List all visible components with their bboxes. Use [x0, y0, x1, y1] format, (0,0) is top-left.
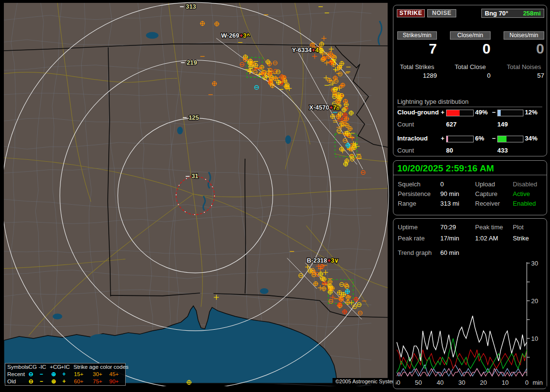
bearing-distance: 258mi — [523, 10, 541, 17]
svg-text:30: 30 — [458, 379, 465, 386]
trend-graph-value: 60 min — [440, 249, 459, 256]
receiver-label: Receiver — [475, 200, 500, 207]
legend-type-header: -IC — [39, 364, 46, 370]
counters-panel: STRIKE NOISE Bng 70° 258mi Strikes/min C… — [393, 5, 547, 156]
total-close-value: 0 — [450, 72, 491, 79]
svg-text:10: 10 — [531, 335, 538, 342]
legend-age-header: Strike age color codes — [73, 364, 129, 370]
legend-type-header: +IC — [61, 364, 70, 370]
legend-age-value: 60+ — [74, 378, 84, 384]
svg-text:30: 30 — [531, 260, 538, 267]
legend-recent-symbol-icon: + — [62, 371, 66, 378]
close-per-min-value: 0 — [450, 41, 491, 57]
svg-text:min: min — [533, 379, 543, 386]
upload-value: Disabled — [513, 181, 537, 188]
legend-age-value: 90+ — [109, 378, 119, 384]
cloud-ground-label: Cloud-ground — [397, 109, 439, 116]
cg-count-label: Count — [397, 121, 414, 128]
cg-minus-pct: 12% — [525, 109, 537, 116]
ic-minus-count: 433 — [497, 147, 508, 154]
legend-recent-symbol-icon: − — [40, 371, 43, 378]
ic-plus-count: 80 — [446, 147, 453, 154]
storm-cell-label: B-2318+3∨ — [307, 257, 339, 264]
upload-label: Upload — [475, 181, 495, 188]
legend-age-value: 75+ — [93, 378, 102, 384]
legend-age-value: 30+ — [93, 371, 102, 377]
strikes-per-min-value: 7 — [397, 41, 437, 57]
total-noises-label: Total Noises — [502, 63, 546, 70]
legend-symbols-header: Symbols — [7, 364, 29, 370]
strikes-per-min-button[interactable]: Strikes/min — [397, 31, 437, 40]
copyright-text: ©2005 Astrogenic Systems — [333, 378, 402, 385]
svg-text:20: 20 — [531, 297, 538, 305]
legend-age-value: 15+ — [74, 371, 84, 377]
lightning-map[interactable]: 31125219313 W-269+3^Y-6334+4X-4570+7▵B-2… — [4, 2, 391, 386]
cg-plus-sign: + — [441, 109, 445, 116]
legend-type-header: +CG — [50, 364, 61, 370]
storm-cell-label: W-269+3^ — [221, 32, 250, 39]
svg-text:219: 219 — [187, 59, 197, 66]
ic-minus-bar-fill — [498, 136, 507, 142]
range-value: 313 mi — [440, 200, 459, 207]
svg-text:10: 10 — [502, 379, 508, 386]
receiver-value: Enabled — [513, 200, 536, 207]
storm-cell-label: X-4570+7▵ — [309, 104, 340, 111]
legend-old-symbol-icon: − — [40, 378, 43, 385]
cg-minus-count: 149 — [497, 121, 508, 128]
peak-rate-label: Peak rate — [398, 235, 425, 242]
cg-minus-sign: − — [492, 109, 496, 116]
legend-old-symbol-icon: ⊕ — [51, 378, 56, 385]
cg-plus-pct: 49% — [475, 109, 488, 116]
legend-recent-symbol-icon: ⊕ — [51, 371, 56, 378]
cg-minus-bar-fill — [498, 110, 501, 116]
storm-cell-label: Y-6334+4 — [292, 46, 319, 54]
ic-plus-bar — [446, 136, 474, 142]
legend-recent-symbol-icon: ⊖ — [29, 371, 33, 378]
svg-text:20: 20 — [480, 379, 487, 386]
capture-value: Active — [513, 190, 530, 197]
lightning-tracker-app: 31125219313 W-269+3^Y-6334+4X-4570+7▵B-2… — [0, 0, 550, 392]
cg-plus-bar — [446, 110, 474, 116]
datetime-divider — [393, 175, 547, 175]
cg-minus-bar — [497, 110, 523, 116]
svg-text:31: 31 — [191, 172, 198, 180]
noises-per-min-value: 0 — [504, 41, 544, 57]
peak-time-value: 1:02 AM — [475, 235, 498, 242]
noises-per-min-button[interactable]: Noises/min — [504, 31, 544, 40]
legend-age-value: 45+ — [109, 371, 119, 377]
symbols-legend: Symbols-CG-IC+CG+ICStrike age color code… — [5, 363, 126, 386]
bearing-display: Bng 70° 258mi — [481, 9, 544, 18]
svg-text:50: 50 — [415, 379, 422, 386]
legend-row-label: Recent — [7, 371, 25, 377]
ic-count-label: Count — [397, 147, 414, 154]
svg-text:313: 313 — [186, 3, 196, 10]
cg-plus-count: 627 — [446, 121, 457, 128]
ic-plus-pct: 6% — [475, 135, 484, 142]
trend-graph-label: Trend graph — [398, 249, 432, 256]
strike-mode-button[interactable]: STRIKE — [397, 9, 425, 17]
capture-label: Capture — [475, 190, 497, 197]
svg-text:40: 40 — [436, 379, 443, 386]
noise-mode-button[interactable]: NOISE — [427, 9, 456, 17]
trend-graph: 1020306050403020100min — [396, 260, 547, 388]
ic-plus-sign: + — [441, 135, 445, 142]
distribution-title: Lightning type distribution — [397, 98, 542, 107]
persistence-value: 90 min — [440, 190, 459, 197]
status-panel: 10/20/2025 2:59:16 AM Squelch 0 Upload D… — [393, 160, 547, 215]
svg-text:125: 125 — [188, 114, 199, 121]
persistence-label: Persistence — [398, 190, 431, 197]
ic-minus-bar — [497, 136, 523, 142]
svg-text:0: 0 — [525, 379, 528, 386]
plot-label: Plot — [513, 224, 523, 231]
uptime-label: Uptime — [398, 224, 418, 231]
peak-rate-value: 17/min — [440, 235, 459, 242]
total-close-label: Total Close — [448, 63, 492, 70]
total-noises-value: 57 — [504, 72, 544, 79]
svg-text:60: 60 — [396, 379, 400, 386]
close-per-min-button[interactable]: Close/min — [450, 31, 491, 40]
legend-type-header: -CG — [27, 364, 37, 370]
plot-value: Strike — [513, 235, 529, 242]
peak-time-label: Peak time — [475, 224, 503, 231]
squelch-value: 0 — [440, 181, 444, 188]
trend-panel: Uptime 70:29 Peak time Plot Peak rate 17… — [393, 218, 547, 389]
